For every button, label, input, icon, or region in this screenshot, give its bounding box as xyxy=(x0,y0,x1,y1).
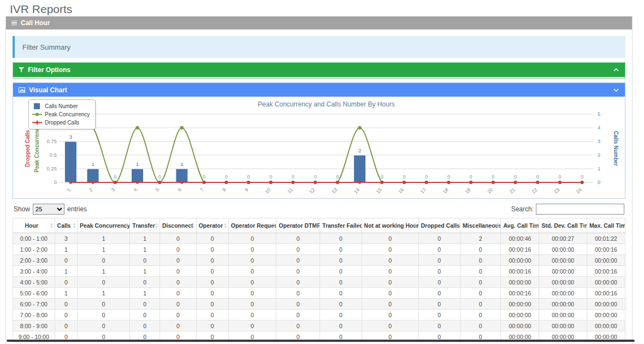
legend-item-calls-number[interactable]: Calls Number xyxy=(32,102,90,110)
table-cell: 0 xyxy=(160,233,197,244)
column-header-miscellaneous[interactable]: Miscellaneous▲▼ xyxy=(460,218,501,233)
svg-text:0: 0 xyxy=(292,174,294,180)
svg-text:8: 8 xyxy=(221,187,227,193)
column-header-transfer[interactable]: Transfer▲▼ xyxy=(130,218,160,233)
column-header-avg-call-time[interactable]: Avg. Call Time▲▼ xyxy=(501,218,539,233)
search-input[interactable] xyxy=(536,204,624,215)
column-header-dropped-calls[interactable]: Dropped Calls▲▼ xyxy=(418,218,460,233)
legend-item-dropped-calls[interactable]: Dropped Calls xyxy=(32,118,90,127)
table-cell: 0 xyxy=(228,266,276,277)
table-cell: 0 xyxy=(362,255,418,266)
column-header-peak-concurrency[interactable]: Peak Concurrency▲▼ xyxy=(78,218,130,233)
filter-options-header[interactable]: Filter Options xyxy=(13,63,625,77)
table-row: 1:00 - 2:001110000000000:00:1600:00:0000… xyxy=(13,244,625,255)
sort-icon[interactable]: ▲▼ xyxy=(534,222,537,229)
legend-item-peak-concurrency[interactable]: Peak Concurrency xyxy=(32,110,90,118)
table-cell: 0 xyxy=(78,310,130,321)
sort-icon[interactable]: ▲▼ xyxy=(357,222,360,229)
table-cell: 00:00:00 xyxy=(501,321,539,331)
filter-options-panel: Filter Options xyxy=(13,62,625,79)
column-header-operator[interactable]: Operator▲▼ xyxy=(196,218,228,233)
column-label: Peak Concurrency xyxy=(80,222,130,229)
table-cell: 0 xyxy=(460,244,501,255)
table-cell: 0 xyxy=(276,288,320,299)
svg-text:Peak Concurrency and Calls Num: Peak Concurrency and Calls Number By Hou… xyxy=(258,100,395,108)
chart-area: Calls NumberPeak ConcurrencyDropped Call… xyxy=(13,97,625,198)
column-header-disconnect[interactable]: Disconnect▲▼ xyxy=(160,218,197,233)
ivr-reports-page: IVR Reports Call Hour Filter Summary Fil… xyxy=(0,0,644,344)
table-cell: 3 xyxy=(55,233,78,244)
column-header-calls[interactable]: Calls▲▼ xyxy=(55,218,78,233)
table-cell: 0 xyxy=(196,299,228,310)
call-hour-header[interactable]: Call Hour xyxy=(6,16,632,29)
table-cell: 0 xyxy=(418,299,460,310)
svg-text:0: 0 xyxy=(536,174,539,180)
table-cell: 0 xyxy=(276,321,320,331)
table-cell: 00:00:16 xyxy=(587,244,625,255)
table-cell: 00:00:00 xyxy=(501,255,539,266)
report-table: Hour▲▼Calls▲▼Peak Concurrency▲▼Transfer▲… xyxy=(13,218,625,342)
svg-text:15: 15 xyxy=(375,187,383,194)
column-header-std-dev-call-time[interactable]: Std. Dev. Call Time▲▼ xyxy=(539,218,587,233)
sort-icon[interactable]: ▲▼ xyxy=(155,222,158,229)
visual-chart-header[interactable]: Visual Chart xyxy=(13,83,625,97)
column-header-hour[interactable]: Hour▲▼ xyxy=(13,218,55,233)
bars-icon xyxy=(11,21,17,26)
svg-text:0: 0 xyxy=(247,174,250,180)
svg-text:17: 17 xyxy=(420,187,427,194)
sort-icon[interactable]: ▲▼ xyxy=(50,222,53,229)
table-cell: 1 xyxy=(78,266,130,277)
column-header-transfer-failed[interactable]: Transfer Failed▲▼ xyxy=(320,218,362,233)
table-cell: 0 xyxy=(418,310,460,321)
table-cell: 0 xyxy=(160,255,197,266)
table-cell: 00:00:00 xyxy=(587,277,625,288)
table-cell: 0 xyxy=(228,321,276,331)
chevron-up-icon[interactable] xyxy=(613,68,619,72)
page-length-select[interactable]: 25 xyxy=(33,204,64,215)
svg-text:1: 1 xyxy=(598,165,600,171)
sort-icon[interactable]: ▲▼ xyxy=(191,222,194,229)
visual-chart-panel: Visual Chart Calls NumberPeak Concurrenc… xyxy=(13,82,625,199)
sort-icon[interactable]: ▲▼ xyxy=(223,222,227,229)
sort-icon[interactable]: ▲▼ xyxy=(73,222,76,229)
table-cell: 0 xyxy=(228,288,276,299)
table-cell: 0 xyxy=(362,266,418,277)
chart-legend: Calls NumberPeak ConcurrencyDropped Call… xyxy=(28,99,96,129)
table-cell: 00:00:16 xyxy=(501,244,539,255)
table-cell: 1 xyxy=(55,288,78,299)
table-cell: 1 xyxy=(130,288,160,299)
table-cell: 4:00 - 5:00 xyxy=(13,277,55,288)
chevron-down-icon[interactable] xyxy=(613,88,619,92)
column-header-not-at-working-hours[interactable]: Not at working Hours▲▼ xyxy=(362,218,418,233)
sort-icon[interactable]: ▲▼ xyxy=(271,222,275,229)
sort-icon[interactable]: ▲▼ xyxy=(496,222,499,229)
sort-icon[interactable]: ▲▼ xyxy=(125,222,128,229)
svg-text:0: 0 xyxy=(203,174,205,180)
svg-text:3: 3 xyxy=(69,134,72,140)
svg-text:1: 1 xyxy=(66,187,72,193)
visual-chart-label: Visual Chart xyxy=(29,86,67,94)
sort-icon[interactable]: ▲▼ xyxy=(582,222,585,229)
sort-icon[interactable]: ▲▼ xyxy=(315,222,318,229)
svg-text:12: 12 xyxy=(308,187,316,194)
column-label: Transfer Failed xyxy=(322,222,362,229)
table-row: 3:00 - 4:001110000000000:00:1600:00:0000… xyxy=(13,266,625,277)
table-cell: 1 xyxy=(130,233,160,244)
column-label: Transfer xyxy=(132,222,155,229)
table-cell: 00:00:00 xyxy=(587,255,625,266)
sort-icon[interactable]: ▲▼ xyxy=(413,222,417,229)
table-cell: 00:00:00 xyxy=(501,310,539,321)
table-cell: 0 xyxy=(362,321,418,331)
svg-text:0.75: 0.75 xyxy=(47,138,57,144)
table-cell: 0 xyxy=(228,299,276,310)
table-cell: 00:00:27 xyxy=(539,233,587,244)
svg-text:0: 0 xyxy=(425,174,428,180)
sort-icon[interactable]: ▲▼ xyxy=(456,222,459,229)
column-header-operator-request[interactable]: Operator Request▲▼ xyxy=(228,218,276,233)
svg-text:4: 4 xyxy=(132,187,138,193)
svg-text:0: 0 xyxy=(225,174,228,180)
horizontal-scrollbar[interactable] xyxy=(7,340,635,342)
table-cell: 00:00:00 xyxy=(501,299,539,310)
column-label: Not at working Hours xyxy=(364,222,418,229)
column-header-operator-dtmf[interactable]: Operator DTMF▲▼ xyxy=(276,218,320,233)
